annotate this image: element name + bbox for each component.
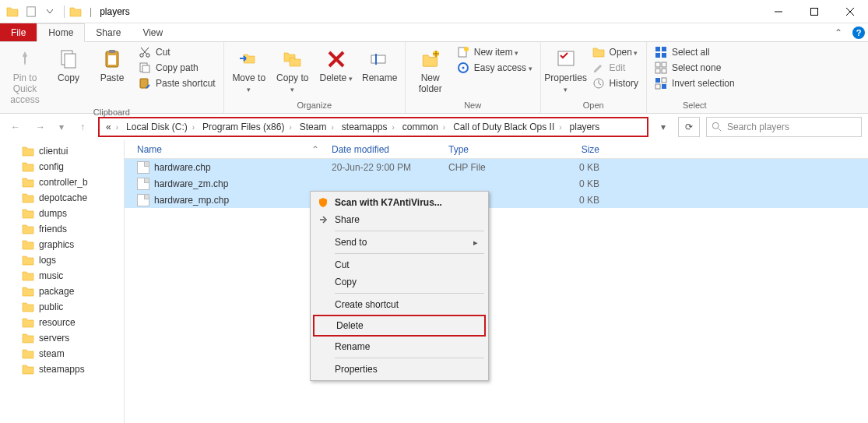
svg-rect-24 xyxy=(662,53,666,58)
breadcrumb-item[interactable]: players xyxy=(567,122,603,132)
easy-access-button[interactable]: Easy access xyxy=(454,61,536,75)
back-button[interactable]: ← xyxy=(6,118,25,136)
tab-view[interactable]: View xyxy=(132,23,174,41)
copy-button[interactable]: Copy xyxy=(48,45,89,86)
breadcrumb-item[interactable]: Local Disk (C:)› xyxy=(123,122,198,132)
rename-icon xyxy=(370,47,390,72)
tree-item[interactable]: steam xyxy=(0,346,124,361)
file-row[interactable]: hardware.chp 20-Jun-22 9:00 PM CHP File … xyxy=(125,159,868,175)
collapse-ribbon-button[interactable]: ⌃ xyxy=(828,23,849,41)
maximize-button[interactable] xyxy=(796,0,832,23)
file-list-pane[interactable]: Name ⌃ Date modified Type Size hardware.… xyxy=(125,140,868,423)
tab-file[interactable]: File xyxy=(0,23,37,41)
tree-item[interactable]: config xyxy=(0,159,124,174)
title-separator: | xyxy=(90,6,92,17)
rename-button[interactable]: Rename xyxy=(360,45,400,86)
search-input[interactable] xyxy=(727,122,856,132)
move-to-button[interactable]: Move to xyxy=(229,45,269,97)
copy-path-button[interactable]: Copy path xyxy=(135,61,219,75)
tree-item[interactable]: music xyxy=(0,268,124,284)
tab-share[interactable]: Share xyxy=(85,23,132,41)
cm-delete[interactable]: Delete xyxy=(315,316,484,335)
folder-icon xyxy=(22,160,34,173)
address-bar[interactable]: « › Local Disk (C:)› Program Files (x86)… xyxy=(98,117,648,137)
breadcrumb-item[interactable]: Program Files (x86)› xyxy=(199,122,295,132)
invert-selection-icon xyxy=(655,77,667,90)
tree-item[interactable]: public xyxy=(0,299,124,315)
svg-rect-27 xyxy=(655,69,660,73)
cm-properties[interactable]: Properties xyxy=(313,361,486,378)
tree-item[interactable]: resource xyxy=(0,315,124,330)
tree-item[interactable]: servers xyxy=(0,330,124,346)
copy-to-button[interactable]: Copy to xyxy=(272,45,313,97)
cm-send-to[interactable]: Send to xyxy=(313,234,486,251)
forward-button[interactable]: → xyxy=(31,118,50,136)
group-organize: Move to Copy to Delete Rename Organize xyxy=(224,42,406,113)
tree-item[interactable]: controller_b xyxy=(0,174,124,190)
tree-item[interactable]: steamapps xyxy=(0,361,124,377)
tree-item[interactable]: clientui xyxy=(0,143,124,159)
breadcrumb-overflow[interactable]: « › xyxy=(103,122,121,132)
svg-rect-10 xyxy=(142,65,149,72)
cm-create-shortcut[interactable]: Create shortcut xyxy=(313,296,486,313)
file-row[interactable]: hardware_mp.chp 0 KB xyxy=(125,192,868,208)
column-size[interactable]: Size xyxy=(536,144,606,155)
cut-button[interactable]: Cut xyxy=(135,45,219,59)
svg-rect-13 xyxy=(375,54,377,65)
sidebar-tree[interactable]: clientui config controller_b depotcache … xyxy=(0,140,125,423)
edit-button[interactable]: Edit xyxy=(589,61,641,75)
tree-item[interactable]: package xyxy=(0,284,124,299)
folder-icon xyxy=(22,176,34,189)
breadcrumb-item[interactable]: Call of Duty Black Ops II› xyxy=(450,122,564,132)
svg-rect-29 xyxy=(655,78,660,83)
paste-shortcut-button[interactable]: Paste shortcut xyxy=(135,76,219,90)
qat-button-1[interactable] xyxy=(23,3,40,20)
history-button[interactable]: History xyxy=(589,76,641,90)
breadcrumb-item[interactable]: steamapps› xyxy=(339,122,398,132)
pin-to-quick-access-button[interactable]: Pin to Quick access xyxy=(5,45,45,107)
column-headers[interactable]: Name ⌃ Date modified Type Size xyxy=(125,140,868,159)
tree-item[interactable]: friends xyxy=(0,221,124,237)
tree-item[interactable]: logs xyxy=(0,252,124,268)
refresh-button[interactable]: ⟳ xyxy=(678,117,700,137)
new-item-button[interactable]: New item xyxy=(454,45,536,59)
tree-item[interactable]: dumps xyxy=(0,206,124,221)
svg-rect-5 xyxy=(109,50,115,53)
properties-button[interactable]: Properties xyxy=(546,45,586,97)
new-folder-button[interactable]: New folder xyxy=(410,45,451,97)
search-box[interactable] xyxy=(706,117,862,137)
column-name[interactable]: Name ⌃ xyxy=(131,144,325,155)
minimize-button[interactable] xyxy=(761,0,796,23)
group-label-select: Select xyxy=(652,100,738,111)
cm-copy[interactable]: Copy xyxy=(313,273,486,291)
group-label-new: New xyxy=(410,100,536,111)
titlebar: | players xyxy=(0,0,868,23)
open-button[interactable]: Open xyxy=(589,45,641,59)
delete-button[interactable]: Delete xyxy=(316,45,357,86)
folder-icon xyxy=(6,5,19,18)
cm-scan[interactable]: Scan with K7AntiVirus... xyxy=(313,194,486,211)
column-type[interactable]: Type xyxy=(442,144,536,155)
select-all-button[interactable]: Select all xyxy=(652,45,738,59)
breadcrumb-item[interactable]: common› xyxy=(399,122,448,132)
paste-shortcut-icon xyxy=(139,77,151,90)
select-none-button[interactable]: Select none xyxy=(652,61,738,75)
tab-home[interactable]: Home xyxy=(37,23,85,42)
paste-button[interactable]: Paste xyxy=(92,45,132,86)
help-button[interactable]: ? xyxy=(849,23,868,41)
tree-item[interactable]: depotcache xyxy=(0,190,124,206)
column-date[interactable]: Date modified xyxy=(325,144,442,155)
tree-item[interactable]: graphics xyxy=(0,237,124,252)
up-button[interactable]: ↑ xyxy=(73,118,92,136)
file-row[interactable]: hardware_zm.chp 0 KB xyxy=(125,175,868,192)
cm-cut[interactable]: Cut xyxy=(313,256,486,273)
context-menu: Scan with K7AntiVirus... Share Send to C… xyxy=(310,191,489,381)
cm-share[interactable]: Share xyxy=(313,211,486,228)
close-button[interactable] xyxy=(832,0,868,23)
cm-rename[interactable]: Rename xyxy=(313,338,486,355)
qat-button-2[interactable] xyxy=(41,3,58,20)
breadcrumb-item[interactable]: Steam› xyxy=(297,122,337,132)
recent-locations-button[interactable]: ▾ xyxy=(56,118,67,136)
address-dropdown[interactable]: ▾ xyxy=(655,118,672,136)
invert-selection-button[interactable]: Invert selection xyxy=(652,76,738,90)
